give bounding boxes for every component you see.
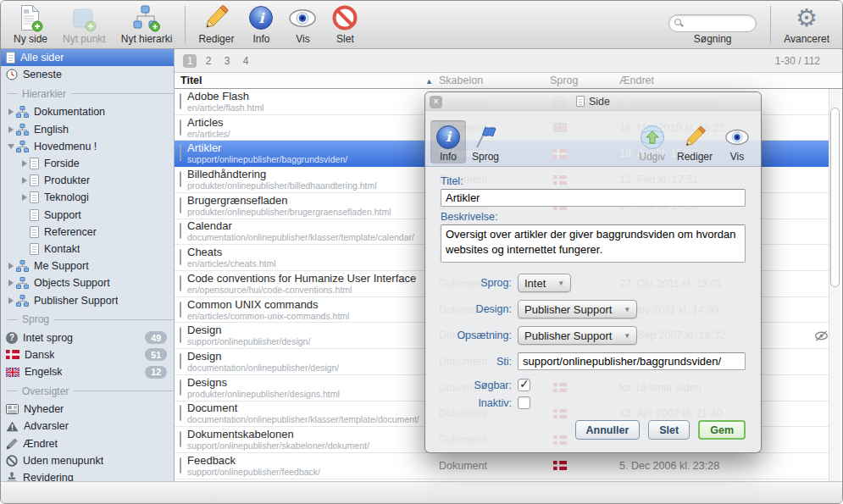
page-button[interactable]: 3 [220,54,234,68]
disclosure-open-icon[interactable] [6,144,16,149]
dialog-titlebar[interactable]: × Side [425,92,761,111]
pencil-icon [6,438,18,450]
page-button[interactable]: 1 [183,54,197,68]
column-header-skabelon[interactable]: Skabelon [439,75,550,86]
sidebar-item-me-support[interactable]: Me Support [1,258,174,274]
sidebar-item-seneste[interactable]: Seneste [1,66,174,83]
delete-button[interactable]: Slet [648,420,690,440]
sidebar-item-dokumentation[interactable]: Dokumentation [1,103,174,120]
sidebar-item-ndret[interactable]: Ændret [1,435,174,452]
sidebar-item-uden-menupunkt[interactable]: Uden menupunkt [1,452,174,469]
sidebar-item-support[interactable]: Support [1,207,174,224]
table-row[interactable]: Feedbacksupport/onlinepublisher/feedback… [175,453,831,479]
tab-info[interactable]: i Info [430,120,466,163]
disclosure-closed-icon[interactable] [6,280,16,286]
disclosure-closed-icon[interactable] [6,126,16,133]
save-button[interactable]: Gem [698,420,746,440]
advanced-button[interactable]: ⚙ Avanceret [776,1,837,48]
page-title: Billedhåndtering [187,169,377,180]
sort-ascending-icon: ▲ [425,76,439,86]
sidebar-item-label: Produkter [44,174,90,186]
dialog-title: Side [589,96,610,108]
info-button[interactable]: i Info [241,1,280,48]
page-path: documentation/onlinepublisher/design/ [187,363,339,373]
column-header-titel[interactable]: Titel [175,75,425,86]
disclosure-closed-icon[interactable] [6,263,16,269]
opsaetning-select[interactable]: Publisher Support▼ [518,326,637,345]
column-header-aendret[interactable]: Ændret [619,75,654,86]
flag-en-icon [6,368,19,377]
flag-icon [473,123,498,151]
language-cell [550,453,619,479]
edit-button[interactable]: Rediger [191,1,241,48]
sidebar-item-revidering[interactable]: Revidering [1,469,174,481]
sidebar-item-english[interactable]: English [1,121,174,138]
sprog-select[interactable]: Intet▼ [518,274,571,292]
edit-page-button[interactable]: Rediger [671,120,718,163]
sidebar-item-referencer[interactable]: Referencer [1,224,174,241]
disclosure-closed-icon[interactable] [19,194,30,201]
inaktiv-label: Inaktiv: [441,397,512,409]
pagination-bar: 1 2 3 4 1-30 / 112 [175,49,842,73]
sidebar-item-teknologi[interactable]: Teknologi [1,189,174,206]
sti-input[interactable] [518,352,746,370]
sidebar-item-label: Kontakt [44,243,80,255]
sidebar-item-label: Objects Support [34,277,110,289]
no-entry-icon [332,3,358,32]
vertical-scrollbar[interactable] [829,89,840,481]
doc-icon [180,94,187,109]
beskrivelse-textarea[interactable]: Oversigt over artikler der giver baggrun… [441,224,746,263]
page-button[interactable]: 2 [202,54,215,68]
page-button[interactable]: 4 [239,54,252,68]
inaktiv-checkbox[interactable] [518,396,530,409]
view-button[interactable]: Vis [280,1,324,48]
delete-button[interactable]: Slet [324,1,365,48]
warning-icon [6,421,19,432]
sidebar-item-publisher-support[interactable]: Publisher Support [1,291,174,308]
disclosure-closed-icon[interactable] [19,177,30,184]
count-badge: 12 [145,366,167,379]
sogbar-checkbox[interactable] [518,379,530,391]
titel-input[interactable] [441,189,746,207]
close-icon[interactable]: × [430,96,442,108]
dialog-body: Titel: Beskrivelse: Oversigt over artikl… [425,167,761,440]
page-path: support/onlinepublisher/skabeloner/dokum… [187,441,369,451]
view-page-button[interactable]: Vis [718,120,756,163]
sidebar-item-engelsk[interactable]: Engelsk12 [1,363,174,380]
action-label: Vis [730,151,744,163]
disclosure-closed-icon[interactable] [6,297,16,304]
doc-icon [30,226,39,238]
sidebar-item-kontakt[interactable]: Kontakt [1,241,174,258]
tab-sprog[interactable]: Sprog [466,120,505,163]
page-title: Feedback [187,455,320,467]
noentry-icon [6,455,18,467]
new-hierarchy-button[interactable]: Nyt hierarki [114,1,180,48]
cancel-button[interactable]: Annuller [575,420,641,440]
page-title: Designs [187,377,340,389]
hierarchy-icon [16,106,29,118]
sidebar-item-hovedmenu[interactable]: Hovedmenu ! [1,138,174,155]
new-page-button[interactable]: Ny side [6,1,55,48]
sidebar-item-forside[interactable]: Forside [1,155,174,172]
sidebar-item-label: Engelsk [25,366,62,378]
search-input[interactable] [688,16,752,30]
search-field[interactable] [668,14,757,32]
disclosure-closed-icon[interactable] [19,160,30,167]
sidebar-item-produkter[interactable]: Produkter [1,172,174,189]
disclosure-closed-icon[interactable] [6,108,16,115]
beskrivelse-label: Beskrivelse: [441,211,746,223]
design-select[interactable]: Publisher Support▼ [518,300,637,318]
sidebar-item-intet-sprog[interactable]: ?Intet sprog49 [1,330,174,346]
sidebar-item-nyheder[interactable]: Nyheder [1,401,174,418]
doc-icon [30,174,39,186]
sidebar-item-label: Seneste [23,69,62,80]
sidebar-item-label: Hovedmenu ! [34,141,97,152]
scrollbar-thumb[interactable] [830,108,840,287]
sprog-label: Sprog: [441,277,512,289]
sidebar-item-objects-support[interactable]: Objects Support [1,274,174,291]
column-header-sprog[interactable]: Sprog [550,75,619,86]
eye-icon [288,3,317,32]
sidebar-item-alle-sider[interactable]: Alle sider [1,49,174,66]
sidebar-item-dansk[interactable]: Dansk51 [1,346,174,363]
sidebar-item-advarsler[interactable]: Advarsler [1,418,174,435]
